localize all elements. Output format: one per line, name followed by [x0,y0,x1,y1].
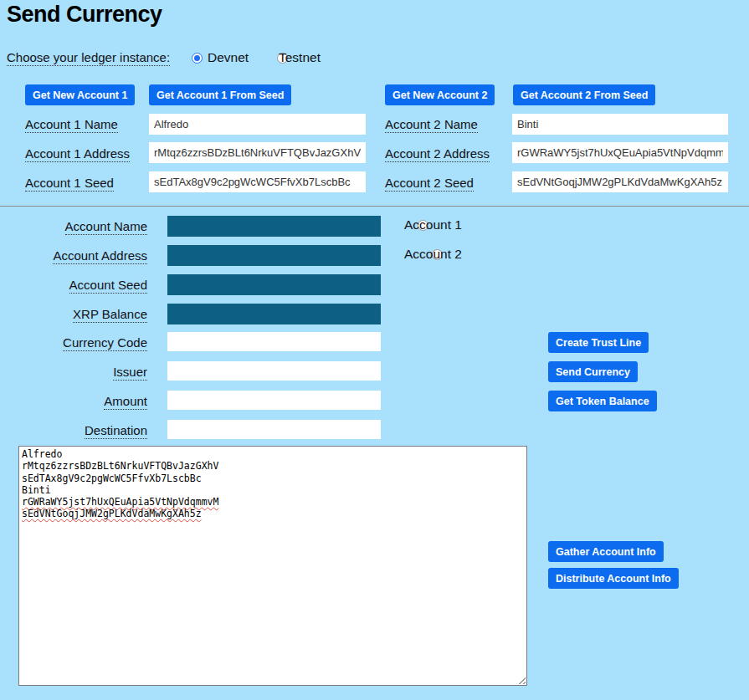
currency-code-label: Currency Code [7,335,147,350]
account-2-select-label[interactable]: Account 2 [404,247,462,262]
account-1-name-label: Account 1 Name [25,117,118,131]
send-currency-page: { "page": { "title": "Send Currency" }, … [0,0,749,700]
get-token-balance-button[interactable]: Get Token Balance [548,391,657,411]
results-line: sEdVNtGoqjJMW2gPLKdVdaMwKgXAh5z [22,508,524,519]
get-account-1-from-seed-button[interactable]: Get Account 1 From Seed [149,84,291,105]
account-2-seed-input[interactable] [512,171,728,192]
currency-code-input[interactable] [167,332,381,351]
results-line: Binti [22,484,524,496]
account-2-seed-label: Account 2 Seed [385,176,474,190]
xrp-balance-field[interactable] [167,304,381,324]
send-currency-button[interactable]: Send Currency [548,361,638,382]
results-line: sEdTAx8gV9c2pgWcWC5FfvXb7LscbBc [22,473,524,484]
account-1-address-label: Account 1 Address [25,146,130,161]
account-seed-label: Account Seed [7,278,147,292]
results-textarea[interactable]: Alfredo rMtqz6zzrsBDzBLt6NrkuVFTQBvJazGX… [18,446,527,686]
testnet-radio-label[interactable]: Testnet [279,50,321,65]
amount-input[interactable] [167,391,381,410]
destination-label: Destination [7,423,147,437]
textarea-resize-handle[interactable] [517,676,526,684]
account-1-name-input[interactable] [149,114,366,135]
account-address-label: Account Address [7,248,147,263]
account-1-seed-label: Account 1 Seed [25,176,114,190]
distribute-account-info-button[interactable]: Distribute Account Info [548,568,679,589]
page-title: Send Currency [7,2,162,28]
xrp-balance-label: XRP Balance [7,307,147,321]
issuer-label: Issuer [7,365,147,379]
account-2-address-label: Account 2 Address [385,146,490,161]
account-2-name-label: Account 2 Name [385,117,478,131]
account-seed-field[interactable] [167,274,381,295]
results-line: rGWRaWY5jst7hUxQEuApia5VtNpVdqmmvM [22,496,524,508]
get-new-account-2-button[interactable]: Get New Account 2 [385,84,495,105]
account-1-address-input[interactable] [149,142,366,163]
section-divider [0,206,749,207]
ledger-instance-label: Choose your ledger instance: [7,50,170,64]
amount-label: Amount [7,394,147,408]
get-account-2-from-seed-button[interactable]: Get Account 2 From Seed [513,84,655,105]
account-name-field[interactable] [167,216,381,237]
get-new-account-1-button[interactable]: Get New Account 1 [25,84,135,105]
devnet-radio-label[interactable]: Devnet [208,50,249,65]
account-address-field[interactable] [167,245,381,266]
destination-input[interactable] [167,420,381,439]
results-line: Alfredo [22,448,524,460]
results-line: rMtqz6zzrsBDzBLt6NrkuVFTQBvJazGXhV [22,460,524,472]
account-1-select-label[interactable]: Account 1 [404,217,462,232]
gather-account-info-button[interactable]: Gather Account Info [548,541,664,562]
devnet-radio[interactable] [192,53,203,64]
create-trust-line-button[interactable]: Create Trust Line [548,332,649,353]
issuer-input[interactable] [167,361,381,381]
account-2-name-input[interactable] [512,114,728,135]
account-2-address-input[interactable] [512,142,728,163]
account-name-label: Account Name [7,219,147,233]
account-1-seed-input[interactable] [149,171,366,192]
